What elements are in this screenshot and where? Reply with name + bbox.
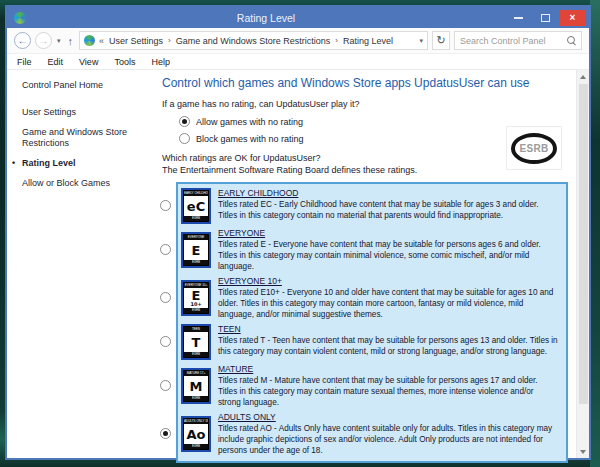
esrb-rating-icon: EVERYONE E ESRB [181, 232, 211, 268]
close-button[interactable]: × [560, 10, 585, 26]
rating-description: Titles rated T - Teen have content that … [218, 335, 558, 357]
address-dropdown-icon[interactable]: ▾ [419, 37, 423, 45]
rating-row[interactable]: EVERYONE 10+ E 10+ ESRB EVERYONE 10+ [181, 274, 558, 322]
rating-row[interactable]: TEEN T ESRB TEEN Titles [181, 322, 558, 362]
breadcrumb-prefix: « [99, 36, 104, 46]
rating-radio-button[interactable] [160, 336, 171, 347]
main-pane: Control which games and Windows Store ap… [155, 70, 576, 458]
no-rating-question: If a game has no rating, can UpdatusUser… [162, 99, 568, 109]
rating-description: Titles rated AO - Adults Only have conte… [218, 423, 558, 456]
rating-name: EVERYONE [218, 228, 558, 239]
rating-name: MATURE [218, 364, 558, 375]
menu-item[interactable]: Tools [114, 57, 135, 67]
search-box [454, 31, 582, 50]
menu-bar: File Edit View Tools Help [7, 54, 589, 70]
refresh-button[interactable]: ↻ [432, 31, 450, 50]
vertical-scrollbar[interactable] [576, 70, 589, 458]
rating-description: Titles rated E - Everyone have content t… [218, 239, 558, 272]
minimize-button[interactable] [506, 10, 531, 26]
rating-name: ADULTS ONLY [218, 412, 558, 423]
sidebar-item[interactable]: Allow or Block Games [22, 178, 151, 189]
rating-description: Titles rated E10+ - Everyone 10 and olde… [218, 287, 558, 320]
rating-radio-button[interactable] [160, 380, 171, 391]
rating-row[interactable]: EVERYONE E ESRB EVERYONE [181, 226, 558, 274]
navigation-toolbar: ← → ▾ ↑ « User Settings › [7, 28, 589, 54]
sidebar-item[interactable]: Game and Windows Store Restrictions [22, 127, 151, 149]
ratings-list: EARLY CHILDHOOD eC ESRB EARLY CHILDHOOD [176, 182, 568, 463]
window-title: Rating Level [26, 12, 506, 24]
sidebar-item[interactable]: Rating Level [22, 158, 151, 169]
page-title: Control which games and Windows Store ap… [162, 76, 568, 90]
esrb-oval-icon: ESRB [511, 133, 557, 164]
esrb-rating-icon: EARLY CHILDHOOD eC ESRB [181, 188, 211, 224]
radio-button[interactable] [179, 116, 190, 127]
maximize-button[interactable] [533, 10, 558, 26]
sidebar: Control Panel Home User Settings Game an… [7, 70, 155, 458]
menu-item[interactable]: Help [151, 57, 170, 67]
rating-name: EVERYONE 10+ [218, 276, 558, 287]
forward-button[interactable]: → [35, 32, 52, 49]
desktop-background: Rating Level × ← → ▾ ↑ « [0, 0, 600, 467]
search-input[interactable] [460, 36, 563, 46]
rating-radio-button[interactable] [160, 200, 171, 211]
breadcrumb-item[interactable]: User Settings [109, 36, 163, 46]
back-icon: ← [18, 35, 28, 46]
back-button[interactable]: ← [14, 32, 31, 49]
esrb-rating-icon: EVERYONE 10+ E 10+ ESRB [181, 280, 211, 316]
close-icon: × [570, 13, 576, 23]
rating-description: Titles rated EC - Early Childhood have c… [218, 199, 558, 221]
esrb-rating-icon: MATURE 17+ M ESRB [181, 368, 211, 404]
menu-item[interactable]: Edit [48, 57, 64, 67]
breadcrumb-item[interactable]: Game and Windows Store Restrictions [176, 36, 331, 46]
rating-radio-button[interactable] [160, 428, 171, 439]
forward-icon: → [39, 35, 49, 46]
maximize-icon [541, 14, 550, 22]
control-panel-icon [84, 35, 95, 46]
breadcrumb: « User Settings › Game and Windows Store… [99, 36, 415, 46]
rating-row[interactable]: EARLY CHILDHOOD eC ESRB EARLY CHILDHOOD [181, 186, 558, 226]
rating-level-window: Rating Level × ← → ▾ ↑ « [5, 5, 591, 460]
family-safety-window-icon [14, 12, 26, 24]
scroll-down-icon [580, 450, 586, 454]
menu-item[interactable]: View [79, 57, 98, 67]
rating-row[interactable]: ADULTS ONLY 18+ Ao ESRB ADULTS ONLY [181, 410, 558, 458]
recent-pages-dropdown[interactable]: ▾ [56, 37, 62, 45]
radio-button[interactable] [179, 133, 190, 144]
menu-item[interactable]: File [17, 57, 32, 67]
rating-name: EARLY CHILDHOOD [218, 188, 558, 199]
rating-description: Titles rated M - Mature have content tha… [218, 375, 558, 408]
scroll-down-button[interactable] [577, 445, 589, 458]
scrollbar-thumb[interactable] [579, 84, 588, 404]
sidebar-item[interactable]: Control Panel Home [22, 80, 151, 91]
rating-radio-button[interactable] [160, 244, 171, 255]
address-bar[interactable]: « User Settings › Game and Windows Store… [79, 31, 428, 50]
esrb-rating-icon: TEEN T ESRB [181, 324, 211, 360]
rating-radio-button[interactable] [160, 292, 171, 303]
breadcrumb-separator-icon: › [335, 36, 338, 45]
sidebar-item[interactable]: User Settings [22, 107, 151, 118]
breadcrumb-item[interactable]: Rating Level [343, 36, 393, 46]
title-bar[interactable]: Rating Level × [7, 7, 589, 28]
scroll-up-button[interactable] [577, 70, 589, 83]
refresh-icon: ↻ [436, 34, 445, 47]
up-one-level-button[interactable]: ↑ [66, 35, 76, 47]
breadcrumb-separator-icon: › [168, 36, 171, 45]
scroll-up-icon [580, 75, 586, 79]
esrb-rating-icon: ADULTS ONLY 18+ Ao ESRB [181, 416, 211, 452]
rating-row[interactable]: MATURE 17+ M ESRB MATURE [181, 362, 558, 410]
radio-label: Allow games with no rating [196, 117, 303, 127]
radio-label: Block games with no rating [196, 134, 304, 144]
rating-name: TEEN [218, 324, 558, 335]
search-icon [567, 36, 576, 45]
esrb-logo: ESRB [506, 126, 562, 170]
minimize-icon [514, 17, 523, 19]
